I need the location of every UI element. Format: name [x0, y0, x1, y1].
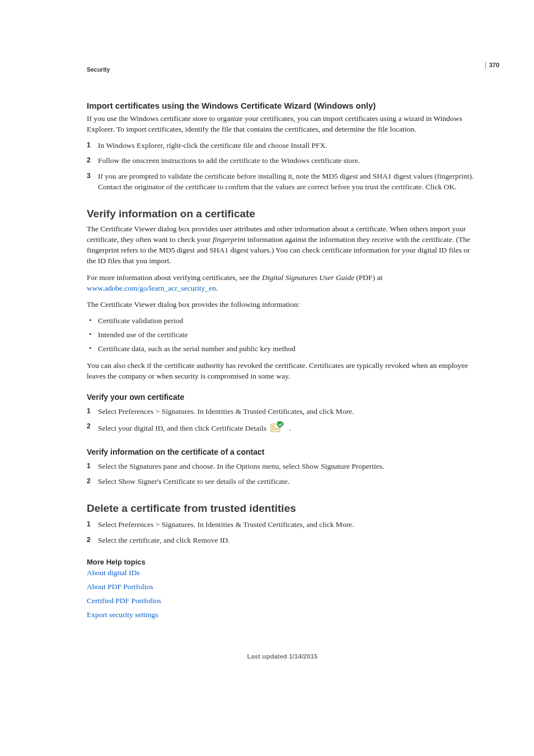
heading-delete-cert: Delete a certificate from trusted identi… [87, 502, 478, 515]
paragraph: The Certificate Viewer dialog box provid… [87, 223, 478, 267]
bullet-list: Certificate validation period Intended u… [87, 315, 478, 354]
text-run: Select your digital ID, and then click C… [98, 424, 268, 432]
list-item: Select the certificate, and click Remove… [87, 535, 478, 545]
footer-last-updated: Last updated 1/14/2015 [87, 653, 478, 660]
emphasis: Digital Signatures User Guide [262, 273, 354, 282]
text-run: (PDF) at [354, 273, 382, 282]
list-item: Certificate validation period [87, 315, 478, 326]
heading-verify-contact-cert: Verify information on the certificate of… [87, 447, 478, 456]
paragraph: The Certificate Viewer dialog box provid… [87, 299, 478, 310]
link-export-security-settings[interactable]: Export security settings [87, 610, 158, 619]
heading-verify-own-cert: Verify your own certificate [87, 393, 478, 402]
paragraph: If you use the Windows certificate store… [87, 113, 478, 134]
list-item: Select Preferences > Signatures. In Iden… [87, 519, 478, 530]
ordered-list: Select Preferences > Signatures. In Iden… [87, 406, 478, 436]
list-item: If you are prompted to validate the cert… [87, 171, 478, 192]
section-label: Security [87, 66, 478, 73]
link-about-pdf-portfolios[interactable]: About PDF Portfolios [87, 582, 153, 591]
heading-more-help: More Help topics [87, 558, 478, 566]
svg-rect-1 [272, 426, 274, 427]
heading-import-cert-wizard: Import certificates using the Windows Ce… [87, 101, 478, 110]
ordered-list: In Windows Explorer, right-click the cer… [87, 140, 478, 192]
text-run: . [216, 284, 218, 292]
paragraph: For more information about verifying cer… [87, 272, 478, 293]
paragraph: You can also check if the certificate au… [87, 360, 478, 381]
list-item: In Windows Explorer, right-click the cer… [87, 140, 478, 151]
list-item: Intended use of the certificate [87, 329, 478, 340]
ordered-list: Select the Signatures pane and choose. I… [87, 461, 478, 487]
certificate-details-icon [270, 421, 285, 435]
list-item: Certificate data, such as the serial num… [87, 343, 478, 354]
link-certified-pdf-portfolios[interactable]: Certified PDF Portfolios [87, 596, 161, 605]
list-item: Select Show Signer's Certificate to see … [87, 476, 478, 487]
link-list: About digital IDs About PDF Portfolios C… [87, 568, 478, 619]
text-run: For more information about verifying cer… [87, 273, 262, 282]
list-item: Select the Signatures pane and choose. I… [87, 461, 478, 472]
link-security-guide[interactable]: www.adobe.com/go/learn_acr_security_en [87, 284, 216, 292]
heading-verify-info: Verify information on a certificate [87, 208, 478, 220]
list-item: Select Preferences > Signatures. In Iden… [87, 406, 478, 417]
text-run: . [289, 424, 291, 432]
page-number: 370 [485, 62, 499, 69]
list-item: Follow the onscreen instructions to add … [87, 155, 478, 166]
list-item: Select your digital ID, and then click C… [87, 421, 478, 436]
emphasis: fingerprint [213, 235, 246, 244]
ordered-list: Select Preferences > Signatures. In Iden… [87, 519, 478, 545]
link-about-digital-ids[interactable]: About digital IDs [87, 568, 140, 577]
